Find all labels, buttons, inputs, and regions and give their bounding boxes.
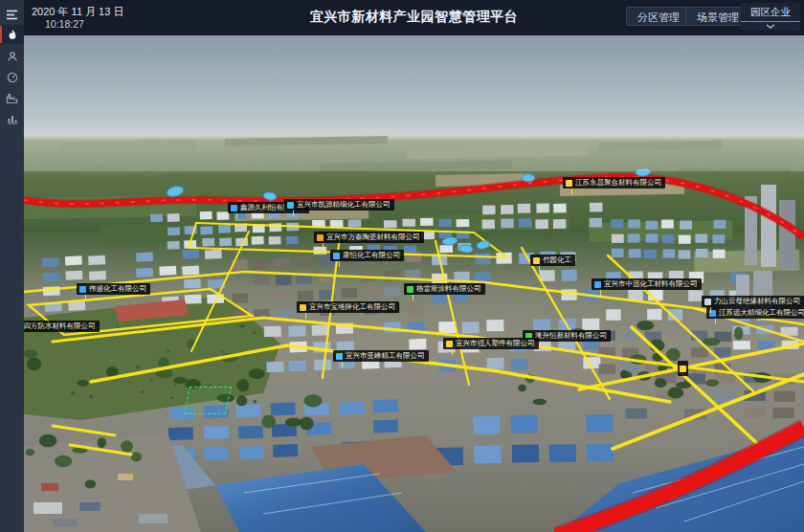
map-label[interactable]	[678, 361, 688, 376]
map-label[interactable]: 竹园化工	[530, 255, 575, 266]
company-name: 澳兴恒新材料有限公司	[535, 330, 607, 342]
company-name: 康恒化工有限公司	[343, 250, 400, 261]
map-label[interactable]: 力山云母绝缘材料有限公司	[702, 296, 804, 307]
company-name: 竹园化工	[543, 255, 571, 266]
ground-selection-box[interactable]	[184, 387, 232, 414]
map-label[interactable]: 宜兴市中远化工材料有限公司	[592, 278, 702, 290]
company-name: 格雷斯涂料有限公司	[416, 283, 481, 295]
bar-chart-icon[interactable]	[0, 109, 24, 128]
company-marker-icon	[231, 205, 237, 211]
person-icon[interactable]	[0, 47, 24, 66]
company-marker-icon	[300, 304, 306, 311]
company-name: 伟盛化工有限公司	[89, 283, 146, 295]
map-3d-view[interactable]: 鑫源久利恒有限公司宜兴市凯源精细化工有限公司宜兴市万泰陶瓷材料有限公司康恒化工有…	[24, 35, 804, 532]
company-marker-icon	[533, 257, 540, 264]
company-marker-icon	[287, 202, 294, 209]
company-name: 宜兴市中远化工材料有限公司	[604, 278, 698, 290]
company-marker-icon	[566, 180, 572, 187]
park-enterprise-label: 园区企业	[741, 3, 800, 22]
top-bar: 2020 年 11 月 13 日 10:18:27 宜兴市新材料产业园智慧管理平…	[24, 0, 804, 35]
company-marker-icon	[594, 281, 601, 288]
gauge-icon[interactable]	[0, 68, 24, 87]
zone-management-button[interactable]: 分区管理	[626, 7, 691, 26]
flame-icon[interactable]	[0, 25, 24, 44]
company-name: 宜兴市四方防水材料有限公司	[24, 321, 96, 332]
company-marker-icon	[317, 234, 324, 241]
company-name: 江苏远大精细化工有限公司	[719, 307, 804, 319]
map-label[interactable]: 宜兴市四方防水材料有限公司	[24, 321, 100, 332]
chevron-down-icon[interactable]	[741, 22, 800, 29]
company-marker-icon	[79, 286, 86, 293]
map-label[interactable]: 江苏远大精细化工有限公司	[706, 307, 804, 319]
menu-icon[interactable]	[0, 5, 24, 24]
map-label[interactable]: 宜兴市强人塑件有限公司	[443, 338, 539, 349]
company-marker-icon	[333, 253, 340, 259]
map-label[interactable]: 格雷斯涂料有限公司	[404, 283, 485, 295]
map-label[interactable]: 康恒化工有限公司	[330, 250, 404, 261]
factory-icon[interactable]	[0, 89, 24, 108]
company-marker-icon	[407, 286, 413, 293]
company-marker-icon	[446, 341, 453, 347]
company-name: 宜兴市宝塔牌化工有限公司	[309, 301, 395, 313]
map-label[interactable]: 宜兴市亚峰精工有限公司	[333, 350, 429, 362]
company-name: 宜兴市强人塑件有限公司	[456, 338, 535, 349]
app-window: 2020 年 11 月 13 日 10:18:27 宜兴市新材料产业园智慧管理平…	[0, 0, 804, 532]
map-label[interactable]: 宜兴市万泰陶瓷材料有限公司	[314, 232, 424, 243]
sidebar	[0, 0, 24, 532]
company-name: 力山云母绝缘材料有限公司	[714, 296, 800, 307]
company-name: 宜兴市凯源精细化工有限公司	[297, 199, 391, 211]
map-label[interactable]: 江苏永昌聚合材料有限公司	[563, 177, 665, 188]
company-marker-icon	[680, 366, 686, 372]
map-label[interactable]: 宜兴市凯源精细化工有限公司	[284, 199, 394, 211]
park-enterprise-dropdown[interactable]: 园区企业	[741, 3, 800, 31]
company-name: 宜兴市亚峰精工有限公司	[346, 350, 425, 362]
map-label[interactable]: 伟盛化工有限公司	[77, 283, 150, 295]
company-name: 江苏永昌聚合材料有限公司	[575, 177, 661, 188]
company-marker-icon	[704, 299, 711, 305]
company-name: 宜兴市万泰陶瓷材料有限公司	[326, 232, 420, 243]
map-label[interactable]: 宜兴市宝塔牌化工有限公司	[297, 301, 399, 313]
company-marker-icon	[336, 353, 343, 360]
